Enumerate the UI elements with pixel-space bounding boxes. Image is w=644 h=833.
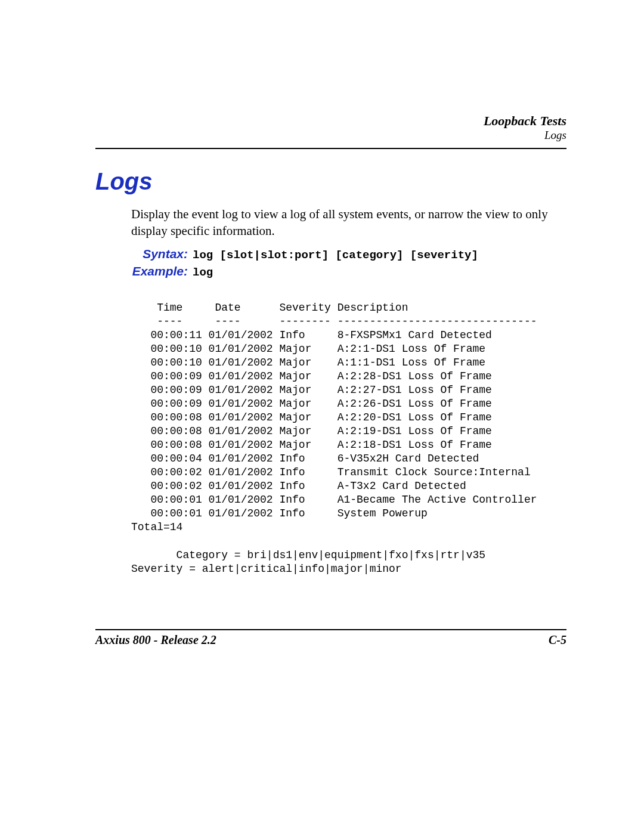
- page: Loopback Tests Logs Logs Display the eve…: [0, 0, 644, 833]
- intro-text: Display the event log to view a log of a…: [131, 206, 566, 240]
- footer-rule: [95, 629, 566, 630]
- page-title: Logs: [95, 168, 566, 195]
- syntax-label: Syntax:: [131, 246, 188, 262]
- example-text: log: [193, 265, 213, 281]
- header-rule: [95, 148, 566, 149]
- body: Display the event log to view a log of a…: [131, 206, 566, 281]
- footer: Axxius 800 - Release 2.2 C-5: [95, 633, 566, 647]
- running-head-section: Logs: [484, 129, 566, 143]
- example-line: Example: log: [131, 263, 566, 281]
- footer-left: Axxius 800 - Release 2.2: [95, 633, 216, 647]
- example-label: Example:: [131, 263, 188, 280]
- log-output: Time Date Severity Description ---- ----…: [131, 301, 566, 576]
- running-head: Loopback Tests Logs: [484, 113, 566, 143]
- syntax-text: log [slot|slot:port] [category] [severit…: [193, 248, 478, 264]
- running-head-chapter: Loopback Tests: [484, 113, 566, 129]
- syntax-line: Syntax: log [slot|slot:port] [category] …: [131, 246, 566, 264]
- footer-right: C-5: [549, 633, 566, 647]
